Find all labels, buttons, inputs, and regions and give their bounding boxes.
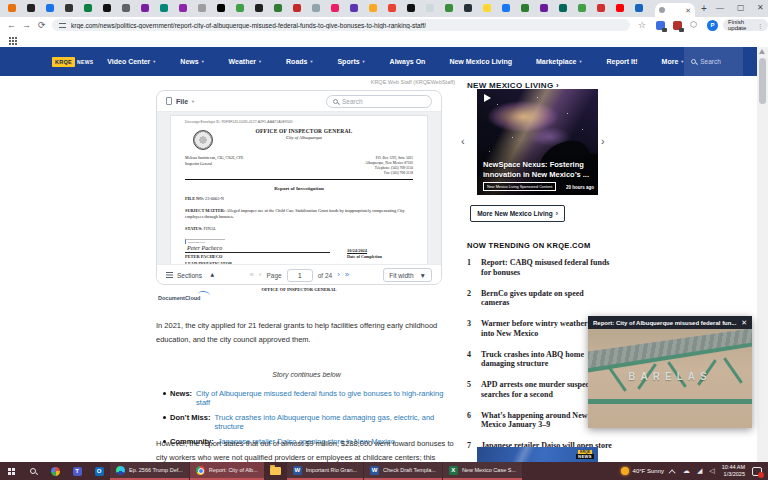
pinned-tab-favicon[interactable] — [46, 4, 54, 12]
taskbar-edge-window[interactable]: Ep. 2566 Trump Def... — [110, 462, 189, 480]
file-menu[interactable]: File — [176, 98, 188, 105]
pinned-tab-favicon[interactable] — [407, 4, 415, 12]
pinned-tab-favicon[interactable] — [426, 4, 434, 12]
pinned-tab-favicon[interactable] — [521, 4, 529, 12]
taskbar-excel-window[interactable]: X New Mexico Case S... — [443, 462, 522, 480]
carousel-prev-icon[interactable]: ‹ — [461, 135, 465, 147]
floating-video-player[interactable]: Report: City of Albuquerque misused fede… — [588, 316, 752, 428]
krqe-logo[interactable]: KRQE NEWS — [52, 57, 93, 67]
sections-button[interactable]: Sections ▼ — [166, 272, 215, 279]
first-page-icon[interactable]: « — [249, 271, 253, 279]
pinned-tab-favicon[interactable] — [597, 4, 605, 12]
back-icon[interactable]: ← — [7, 20, 16, 30]
file-explorer-button[interactable] — [265, 462, 287, 480]
nav-menu-item[interactable]: New Mexico Living ▼ — [449, 58, 512, 65]
taskbar-search-button[interactable] — [22, 462, 44, 480]
pinned-tab-favicon[interactable] — [483, 4, 491, 12]
window-close-icon[interactable]: ✕ — [757, 3, 764, 12]
pinned-tab-favicon[interactable] — [502, 4, 510, 12]
trending-item[interactable]: 2 BernCo gives update on speed cameras — [467, 289, 613, 309]
taskbar-clock[interactable]: 10:44 AM 1/3/2025 — [722, 464, 745, 477]
pinned-tab-favicon[interactable] — [559, 4, 567, 12]
forward-icon[interactable]: → — [22, 20, 31, 30]
notification-center-icon[interactable] — [752, 467, 762, 476]
pinned-tab-favicon[interactable] — [160, 4, 168, 12]
pinned-tab-favicon[interactable] — [103, 4, 111, 12]
apps-grid-icon[interactable] — [9, 37, 11, 39]
pinned-tab-favicon[interactable] — [255, 4, 263, 12]
nav-menu-item[interactable]: Sports ▼ — [337, 58, 365, 65]
window-maximize-icon[interactable]: ▢ — [737, 3, 745, 12]
outlook-button[interactable]: O — [88, 462, 110, 480]
weather-widget[interactable]: 40°F Sunny — [621, 467, 664, 475]
tray-expand-icon[interactable] — [669, 469, 676, 476]
pinned-tab-favicon[interactable] — [540, 4, 548, 12]
pinned-tab-favicon[interactable] — [8, 4, 16, 12]
pinned-tab-favicon[interactable] — [388, 4, 396, 12]
pinned-tab-favicon[interactable] — [616, 4, 624, 12]
more-new-mexico-living-button[interactable]: More New Mexico Living› — [470, 205, 565, 222]
trending-item[interactable]: 1 Report: CABQ misused federal funds for… — [467, 258, 613, 278]
start-button[interactable] — [0, 462, 22, 480]
carousel-next-icon[interactable]: › — [601, 135, 605, 147]
network-icon[interactable]: ◢ — [697, 467, 702, 475]
finish-update-button[interactable]: Finish update ⋮ — [723, 19, 768, 31]
sidebar-ad-image[interactable]: KRQENEWS — [477, 447, 598, 462]
pinned-tab-favicon[interactable] — [27, 4, 35, 12]
pinned-tab-favicon[interactable] — [122, 4, 130, 12]
kebab-menu-icon[interactable]: ⋮ — [757, 22, 763, 29]
extension-icon[interactable] — [673, 21, 682, 30]
nav-menu-item[interactable]: Marketplace ▼ — [536, 58, 582, 65]
page-number-input[interactable]: 1 — [287, 269, 313, 282]
taskbar-word-window[interactable]: W Important Rio Gran... — [287, 462, 363, 480]
trending-headline[interactable]: BernCo gives update on speed cameras — [481, 289, 613, 309]
pinned-tab-favicon[interactable] — [236, 4, 244, 12]
trending-headline[interactable]: Report: CABQ misused federal funds for b… — [481, 258, 613, 278]
tab-close-icon[interactable]: ✕ — [685, 7, 691, 14]
bookmark-star-icon[interactable]: ☆ — [638, 20, 646, 30]
page-scrollbar[interactable] — [757, 47, 768, 462]
scrollbar-thumb[interactable] — [759, 58, 766, 104]
pinned-tab-favicon[interactable] — [293, 4, 301, 12]
profile-avatar[interactable]: P — [707, 20, 718, 31]
site-search[interactable]: Search — [684, 47, 743, 76]
extensions-puzzle-icon[interactable]: ⬡ — [690, 20, 697, 29]
zoom-select[interactable]: Fit width ▼ — [383, 268, 432, 282]
nav-menu-item[interactable]: More ▼ — [662, 58, 685, 65]
pinned-tab-favicon[interactable] — [331, 4, 339, 12]
teams-button[interactable]: T — [66, 462, 88, 480]
scrollbar-up-arrow[interactable] — [759, 49, 765, 54]
pdf-search-input[interactable]: Search — [326, 95, 432, 108]
pinned-tab-favicon[interactable] — [141, 4, 149, 12]
taskbar-chrome-window[interactable]: Report: City of Alb... — [190, 462, 264, 480]
pinned-tab-favicon[interactable] — [635, 4, 643, 12]
active-tab[interactable]: ✕ — [655, 3, 695, 17]
pinned-tab-favicon[interactable] — [274, 4, 282, 12]
bullet-link[interactable]: City of Albuquerque misused federal fund… — [196, 389, 459, 407]
pdf-page-area[interactable]: Docusign Envelope ID: 9DF8F145-D435-4127… — [157, 112, 441, 264]
pinned-tab-favicon[interactable] — [65, 4, 73, 12]
video-title[interactable]: NewSpace Nexus: Fostering innovation in … — [483, 160, 594, 179]
nav-menu-item[interactable]: News ▼ — [180, 58, 204, 65]
pinned-tab-favicon[interactable] — [312, 4, 320, 12]
nav-menu-item[interactable]: Always On ▼ — [390, 58, 426, 65]
address-bar[interactable]: krqe.com/news/politics-government/report… — [52, 19, 630, 31]
window-minimize-icon[interactable]: — — [716, 3, 724, 12]
pinned-tab-favicon[interactable] — [198, 4, 206, 12]
cloud-icon[interactable]: ☁ — [683, 467, 690, 475]
taskbar-word-window[interactable]: W Check Draft Templa... — [364, 462, 442, 480]
nav-menu-item[interactable]: Weather ▼ — [229, 58, 262, 65]
video-thumbnail[interactable]: NewSpace Nexus: Fostering innovation in … — [477, 89, 598, 195]
player-close-icon[interactable]: ✕ — [741, 319, 747, 326]
new-tab-button[interactable]: + — [701, 4, 707, 14]
pinned-tab-favicon[interactable] — [217, 4, 225, 12]
next-page-icon[interactable]: › — [337, 271, 340, 279]
speaker-icon[interactable]: ◁ — [709, 467, 714, 475]
player-video[interactable]: BARELAS — [588, 329, 752, 428]
nav-menu-item[interactable]: Report It! ▼ — [606, 58, 637, 65]
extension-icon[interactable] — [656, 21, 665, 30]
pinned-tab-favicon[interactable] — [350, 4, 358, 12]
pinned-tab-favicon[interactable] — [464, 4, 472, 12]
pinned-tab-favicon[interactable] — [578, 4, 586, 12]
prev-page-icon[interactable]: ‹ — [259, 271, 262, 279]
